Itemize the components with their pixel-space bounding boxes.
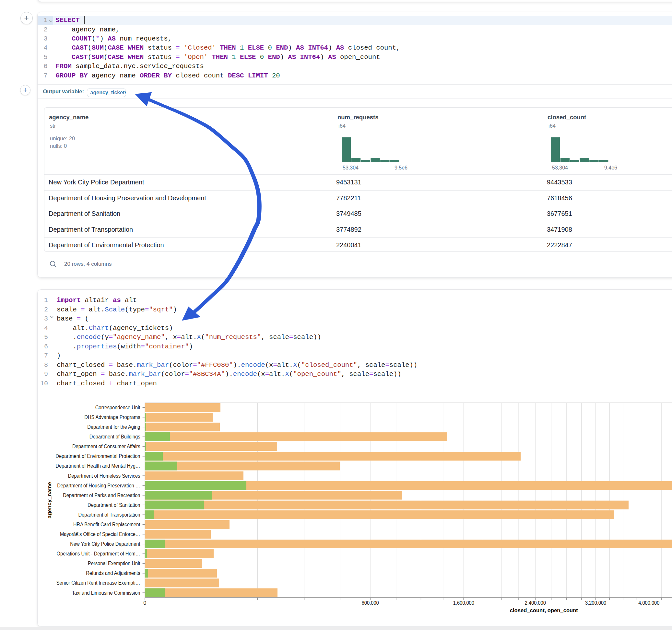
svg-text:4,000,000: 4,000,000 xyxy=(638,600,659,606)
svg-text:Personal Exemption Unit: Personal Exemption Unit xyxy=(88,560,140,566)
svg-text:Department of Parks and Recrea: Department of Parks and Recreation xyxy=(63,492,140,498)
svg-text:agency_name: agency_name xyxy=(46,482,52,518)
svg-text:Correspondence Unit: Correspondence Unit xyxy=(95,405,140,410)
svg-text:HRA Benefit Card Replacement: HRA Benefit Card Replacement xyxy=(73,522,140,527)
svg-text:Department of Buildings: Department of Buildings xyxy=(90,434,140,439)
svg-text:Operations Unit - Department o: Operations Unit - Department of Hom… xyxy=(57,551,140,556)
svg-text:Department for the Aging: Department for the Aging xyxy=(87,424,140,430)
svg-text:Department of Sanitation: Department of Sanitation xyxy=(88,502,140,508)
svg-text:800,000: 800,000 xyxy=(362,600,379,606)
svg-text:Department of Consumer Affairs: Department of Consumer Affairs xyxy=(72,443,140,449)
svg-text:Taxi and Limousine Commission: Taxi and Limousine Commission xyxy=(72,590,140,596)
svg-text:1,600,000: 1,600,000 xyxy=(453,600,474,606)
svg-text:Senior Citizen Rent Increase E: Senior Citizen Rent Increase Exempti… xyxy=(56,580,140,586)
svg-text:0: 0 xyxy=(143,600,146,606)
svg-text:DHS Advantage Programs: DHS Advantage Programs xyxy=(84,414,140,420)
svg-text:Department of Environmental Pr: Department of Environmental Protection xyxy=(55,453,140,459)
svg-text:3,200,000: 3,200,000 xyxy=(585,600,606,606)
svg-text:Department of Homeless Service: Department of Homeless Services xyxy=(68,473,140,479)
svg-text:closed_count, open_count: closed_count, open_count xyxy=(510,607,578,613)
svg-text:Department of Health and Menta: Department of Health and Mental Hyg… xyxy=(55,463,140,468)
svg-text:Department of Housing Preserva: Department of Housing Preservation … xyxy=(57,483,140,488)
svg-text:Mayorâ€ s Office of Special En: Mayorâ€ s Office of Special Enforce… xyxy=(60,531,140,537)
svg-text:Refunds and Adjustments: Refunds and Adjustments xyxy=(86,570,140,576)
svg-text:New York City Police Departmen: New York City Police Department xyxy=(70,541,140,547)
svg-text:2,400,000: 2,400,000 xyxy=(525,600,546,606)
svg-text:Department of Transportation: Department of Transportation xyxy=(78,512,140,517)
